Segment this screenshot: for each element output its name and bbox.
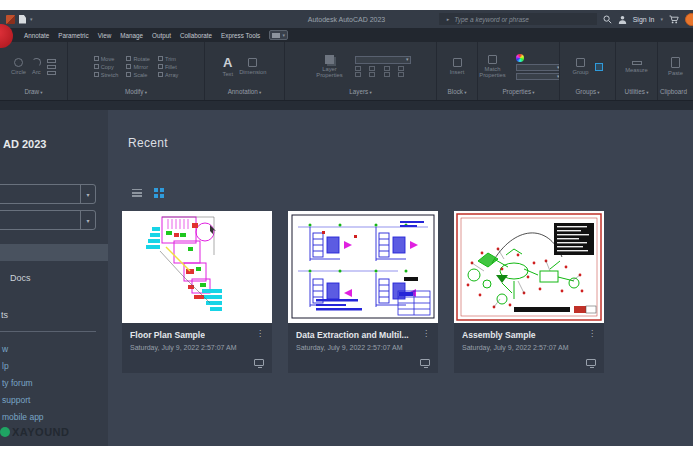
watermark: XAYOUND [0, 426, 70, 438]
search-icon[interactable] [603, 15, 612, 24]
card-kebab-menu-icon[interactable]: ⋮ [422, 330, 430, 338]
paste-tool[interactable]: Paste [668, 57, 683, 76]
card-kebab-menu-icon[interactable]: ⋮ [256, 330, 264, 338]
stretch-tool[interactable]: Stretch [94, 72, 119, 78]
match-properties-icon [488, 55, 497, 64]
panel-label-annotation[interactable]: Annotation [205, 88, 284, 100]
move-icon [94, 56, 99, 61]
menubar-more-button[interactable]: ▾ [269, 30, 288, 40]
layer-tool-icon [384, 72, 390, 77]
array-tool[interactable]: Array [158, 72, 178, 78]
panel-label-modify[interactable]: Modify [68, 88, 204, 100]
ribbon-panel-block: Insert Block [437, 42, 478, 100]
card-date: Saturday, July 9, 2022 2:57:07 AM [296, 344, 430, 351]
circle-icon [14, 58, 23, 67]
panel-label-block[interactable]: Block [437, 88, 477, 100]
trim-tool[interactable]: Trim [158, 56, 178, 62]
layer-select-dropdown[interactable] [355, 56, 411, 64]
copy-tool[interactable]: Copy [94, 64, 119, 70]
sidebar-link-support[interactable]: support [2, 395, 30, 405]
menu-collaborate[interactable]: Collaborate [180, 32, 212, 39]
title-bar: ▾ Autodesk AutoCAD 2023 ▸ Type a keyword… [0, 10, 693, 28]
card-title[interactable]: Data Extraction and Multil... [296, 330, 409, 340]
app-icon[interactable] [6, 15, 15, 24]
color-wheel-icon[interactable] [516, 54, 524, 62]
account-person-icon[interactable] [618, 15, 627, 24]
rectangle-icon [47, 59, 56, 63]
menu-parametric[interactable]: Parametric [58, 32, 88, 39]
recent-card-assembly[interactable]: Assembly Sample ⋮ Saturday, July 9, 2022… [454, 211, 604, 373]
layer-tools-grid[interactable] [355, 66, 411, 77]
menu-express-tools[interactable]: Express Tools [221, 32, 260, 39]
new-drawing-dropdown[interactable]: ▾ [0, 184, 96, 204]
list-view-icon[interactable] [132, 189, 142, 197]
notification-badge[interactable] [685, 13, 693, 26]
sidebar-link-whats-new[interactable]: w [2, 344, 8, 354]
card-kebab-menu-icon[interactable]: ⋮ [588, 330, 596, 338]
recent-card-floor-plan[interactable]: Floor Plan Sample ⋮ Saturday, July 9, 20… [122, 211, 272, 373]
sign-in-chevron-down-icon[interactable]: ▾ [660, 16, 663, 22]
lineweight-dropdown[interactable] [516, 73, 560, 80]
recent-card-data-extraction[interactable]: Data Extraction and Multil... ⋮ Saturday… [288, 211, 438, 373]
qat-chevron-down-icon[interactable]: ▾ [30, 16, 33, 22]
search-input[interactable]: ▸ Type a keyword or phrase [439, 13, 597, 25]
dimension-icon [248, 58, 257, 67]
thumbnail-floor-plan[interactable] [122, 211, 272, 323]
sidebar-item-recent-selected[interactable] [0, 244, 108, 261]
panel-label-groups[interactable]: Groups [560, 88, 615, 100]
sidebar-link-mobile-app[interactable]: mobile app [2, 412, 44, 422]
scale-icon [126, 72, 131, 77]
menu-view[interactable]: View [98, 32, 112, 39]
card-title[interactable]: Floor Plan Sample [130, 330, 205, 340]
card-date: Saturday, July 9, 2022 2:57:07 AM [462, 344, 596, 351]
sidebar-item-insights[interactable]: ts [1, 310, 8, 320]
start-sidebar: AD 2023 ▾ ▾ Docs ts w lp ty forum suppor… [0, 110, 108, 446]
match-properties-tool[interactable]: Match Properties [478, 55, 510, 78]
arc-icon [32, 58, 41, 67]
sidebar-link-community-forum[interactable]: ty forum [2, 378, 33, 388]
panel-label-utilities[interactable]: Utilities [616, 88, 657, 100]
chevron-down-icon[interactable]: ▾ [80, 185, 95, 203]
chevron-down-icon[interactable]: ▾ [80, 211, 95, 229]
arc-tool[interactable]: Arc [32, 58, 41, 75]
sign-in-button[interactable]: Sign In [633, 16, 655, 23]
group-edit-icon[interactable] [595, 63, 603, 71]
fillet-icon [158, 64, 163, 69]
panel-label-draw[interactable]: Draw [0, 88, 67, 100]
sidebar-item-docs[interactable]: Docs [10, 273, 31, 283]
circle-tool[interactable]: Circle [11, 58, 26, 75]
dimension-tool[interactable]: Dimension [239, 58, 266, 75]
menu-manage[interactable]: Manage [120, 32, 143, 39]
linetype-dropdown[interactable] [516, 64, 560, 71]
panel-label-layers[interactable]: Layers [285, 88, 436, 100]
panel-label-properties[interactable]: Properties [478, 88, 559, 100]
card-title[interactable]: Assembly Sample [462, 330, 536, 340]
sidebar-link-help[interactable]: lp [2, 361, 9, 371]
open-files-dropdown[interactable]: ▾ [0, 210, 96, 230]
group-tool[interactable]: Group [572, 58, 588, 75]
layer-properties-tool[interactable]: Layer Properties [311, 55, 349, 78]
thumbnail-assembly[interactable] [454, 211, 604, 323]
rotate-tool[interactable]: Rotate [126, 56, 149, 62]
fillet-tool[interactable]: Fillet [158, 64, 178, 70]
app-store-cart-icon[interactable] [669, 15, 679, 24]
menu-annotate[interactable]: Annotate [24, 32, 49, 39]
local-device-icon [586, 359, 596, 366]
draw-extra-tools[interactable] [47, 59, 56, 75]
panel-label-clipboard[interactable]: Clipboard [658, 88, 693, 100]
new-document-icon[interactable] [19, 15, 26, 24]
move-tool[interactable]: Move [94, 56, 119, 62]
menu-bar: Annotate Parametric View Manage Output C… [0, 28, 693, 42]
menu-output[interactable]: Output [152, 32, 171, 39]
measure-tool[interactable]: Measure [625, 61, 648, 73]
grid-view-icon[interactable] [154, 188, 164, 198]
text-tool[interactable]: AText [222, 56, 233, 77]
start-page: AD 2023 ▾ ▾ Docs ts w lp ty forum suppor… [0, 110, 693, 446]
scale-tool[interactable]: Scale [126, 72, 149, 78]
thumbnail-data-extraction[interactable] [288, 211, 438, 323]
local-device-icon [420, 359, 430, 366]
recent-content: Recent [108, 110, 693, 446]
mirror-tool[interactable]: Mirror [126, 64, 149, 70]
insert-tool[interactable]: Insert [450, 58, 465, 75]
text-icon: A [223, 56, 232, 69]
